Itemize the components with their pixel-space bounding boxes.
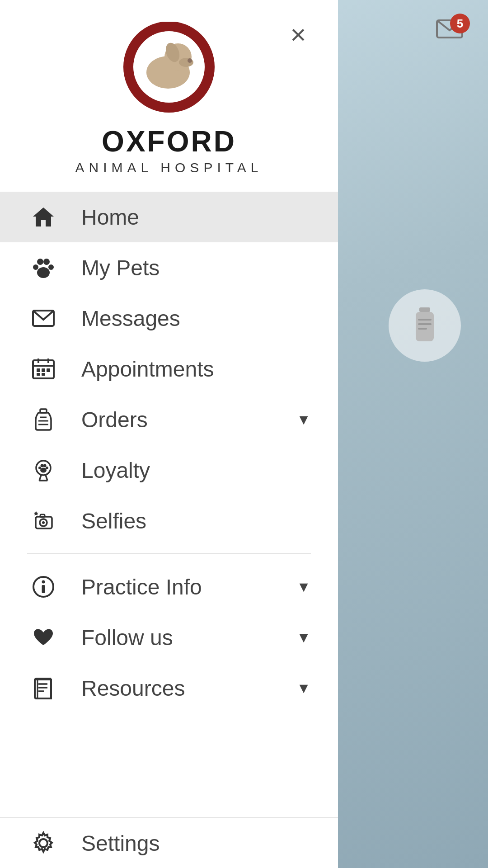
svg-point-15 [48, 264, 54, 270]
nav-label-appointments: Appointments [81, 357, 311, 382]
practice-info-chevron-icon: ▼ [296, 579, 311, 595]
resources-chevron-icon: ▼ [296, 680, 311, 697]
svg-point-12 [37, 259, 43, 265]
nav-item-my-pets[interactable]: My Pets [0, 242, 338, 293]
nav-divider [0, 553, 338, 554]
svg-rect-43 [40, 514, 45, 517]
svg-rect-23 [42, 368, 45, 372]
logo-subtitle: ANIMAL HOSPITAL [75, 160, 263, 175]
info-icon [27, 571, 60, 603]
svg-point-14 [33, 264, 38, 270]
bottle-icon [27, 403, 60, 436]
nav-item-practice-info[interactable]: Practice Info ▼ [0, 561, 338, 612]
svg-point-44 [42, 521, 45, 524]
nav-label-my-pets: My Pets [81, 255, 311, 280]
nav-item-loyalty[interactable]: Loyalty [0, 445, 338, 495]
nav-label-orders: Orders [81, 407, 289, 432]
orders-chevron-icon: ▼ [296, 411, 311, 428]
svg-point-46 [42, 580, 45, 584]
nav-label-resources: Resources [81, 676, 289, 701]
nav-item-resources[interactable]: Resources ▼ [0, 663, 338, 713]
gear-icon [27, 827, 60, 859]
nav-label-messages: Messages [81, 306, 311, 331]
navigation-drawer: × [0, 0, 338, 868]
svg-point-33 [43, 464, 47, 467]
logo-title: OXFORD [102, 125, 236, 158]
svg-point-16 [37, 267, 50, 278]
svg-rect-47 [42, 585, 45, 593]
heart-icon [27, 621, 60, 654]
svg-rect-3 [418, 319, 432, 321]
loyalty-icon [27, 454, 60, 486]
home-icon [27, 201, 60, 233]
svg-rect-1 [419, 307, 430, 312]
bottle-circle-decoration [389, 289, 461, 362]
svg-point-36 [40, 468, 47, 473]
svg-rect-5 [418, 328, 427, 330]
paw-icon [27, 251, 60, 284]
nav-label-loyalty: Loyalty [81, 458, 311, 483]
svg-rect-25 [37, 373, 40, 376]
book-icon [27, 672, 60, 704]
svg-line-38 [46, 475, 47, 481]
nav-label-home: Home [81, 205, 311, 230]
svg-marker-40 [33, 511, 38, 515]
svg-rect-26 [42, 373, 45, 376]
svg-point-53 [39, 839, 47, 847]
logo-wrapper: OXFORD ANIMAL HOSPITAL [75, 22, 263, 175]
nav-item-settings[interactable]: Settings [0, 817, 338, 868]
logo-image [119, 22, 219, 121]
camera-icon [27, 505, 60, 537]
svg-rect-24 [47, 368, 50, 372]
nav-list: Home My Pets Me [0, 192, 338, 817]
message-badge-area[interactable]: 5 [429, 14, 470, 46]
nav-item-appointments[interactable]: Appointments [0, 344, 338, 394]
mail-icon [27, 302, 60, 335]
svg-point-11 [188, 58, 192, 63]
follow-us-chevron-icon: ▼ [296, 629, 311, 646]
nav-item-follow-us[interactable]: Follow us ▼ [0, 612, 338, 663]
nav-item-home[interactable]: Home [0, 192, 338, 242]
close-button[interactable]: × [280, 16, 316, 52]
svg-rect-2 [416, 312, 434, 341]
nav-label-settings: Settings [81, 831, 311, 856]
nav-label-follow-us: Follow us [81, 625, 289, 650]
svg-rect-4 [418, 323, 432, 325]
calendar-icon [27, 353, 60, 385]
svg-point-13 [43, 259, 50, 265]
nav-label-selfies: Selfies [81, 509, 311, 533]
nav-label-practice-info: Practice Info [81, 575, 289, 599]
nav-item-messages[interactable]: Messages [0, 293, 338, 344]
nav-item-selfies[interactable]: Selfies [0, 495, 338, 546]
svg-rect-22 [37, 368, 40, 372]
message-badge: 5 [450, 14, 470, 33]
svg-point-32 [41, 464, 44, 467]
nav-item-orders[interactable]: Orders ▼ [0, 394, 338, 445]
svg-line-37 [39, 475, 41, 481]
